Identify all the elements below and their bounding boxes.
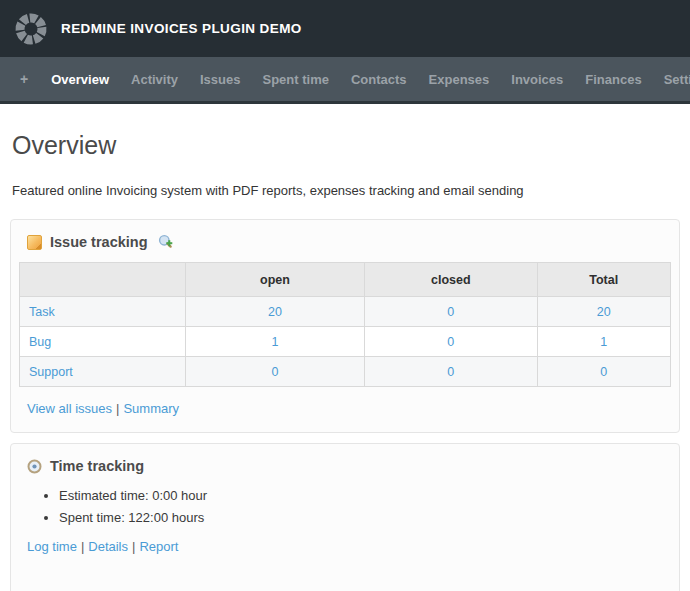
log-time-link[interactable]: Log time xyxy=(27,539,77,554)
bug-total-count[interactable]: 1 xyxy=(600,335,607,349)
zoom-add-icon[interactable] xyxy=(158,234,174,250)
support-closed-count[interactable]: 0 xyxy=(447,365,454,379)
col-tracker xyxy=(20,263,186,297)
main-content: Overview Featured online Invoicing syste… xyxy=(0,131,690,591)
issue-tracking-title: Issue tracking xyxy=(50,234,148,250)
col-open: open xyxy=(186,263,365,297)
main-nav: + Overview Activity Issues Spent time Co… xyxy=(0,57,690,104)
bug-closed-count[interactable]: 0 xyxy=(447,335,454,349)
nav-item-activity[interactable]: Activity xyxy=(120,72,189,87)
time-tracking-title: Time tracking xyxy=(50,458,144,474)
page-title: Overview xyxy=(12,131,680,159)
estimated-time: Estimated time: 0:00 hour xyxy=(59,488,671,503)
nav-item-overview[interactable]: Overview xyxy=(40,72,120,87)
nav-item-expenses[interactable]: Expenses xyxy=(418,72,501,87)
summary-link[interactable]: Summary xyxy=(123,401,179,416)
support-open-count[interactable]: 0 xyxy=(272,365,279,379)
redmine-logo-icon[interactable] xyxy=(14,12,48,46)
issue-tracking-header: Issue tracking xyxy=(27,234,671,250)
project-description: Featured online Invoicing system with PD… xyxy=(12,183,680,199)
nav-item-contacts[interactable]: Contacts xyxy=(340,72,418,87)
nav-item-settings[interactable]: Settings xyxy=(653,72,690,87)
tracker-link-support[interactable]: Support xyxy=(29,365,73,379)
issue-summary-table: open closed Total Task 20 0 20 Bug 1 0 1 xyxy=(19,262,671,387)
nav-plus-button[interactable]: + xyxy=(12,71,40,87)
spent-time: Spent time: 122:00 hours xyxy=(59,510,671,525)
report-link[interactable]: Report xyxy=(139,539,178,554)
top-header: REDMINE INVOICES PLUGIN DEMO xyxy=(0,0,690,57)
nav-item-issues[interactable]: Issues xyxy=(189,72,251,87)
app-title: REDMINE INVOICES PLUGIN DEMO xyxy=(61,21,302,36)
support-total-count[interactable]: 0 xyxy=(600,365,607,379)
link-separator: | xyxy=(132,539,135,554)
bug-open-count[interactable]: 1 xyxy=(272,335,279,349)
tracker-link-bug[interactable]: Bug xyxy=(29,335,51,349)
task-closed-count[interactable]: 0 xyxy=(447,305,454,319)
col-closed: closed xyxy=(365,263,538,297)
task-open-count[interactable]: 20 xyxy=(268,305,282,319)
time-tracking-links: Log time|Details|Report xyxy=(27,539,671,554)
details-link[interactable]: Details xyxy=(88,539,128,554)
issue-tracking-links: View all issues|Summary xyxy=(27,401,671,416)
link-separator: | xyxy=(81,539,84,554)
table-row: Bug 1 0 1 xyxy=(20,327,671,357)
link-separator: | xyxy=(116,401,119,416)
nav-item-finances[interactable]: Finances xyxy=(574,72,652,87)
time-tracking-list: Estimated time: 0:00 hour Spent time: 12… xyxy=(19,488,671,525)
table-row: Task 20 0 20 xyxy=(20,297,671,327)
clock-icon xyxy=(27,459,42,474)
col-total: Total xyxy=(537,263,670,297)
view-all-issues-link[interactable]: View all issues xyxy=(27,401,112,416)
table-row: Support 0 0 0 xyxy=(20,357,671,387)
time-tracking-box: Time tracking Estimated time: 0:00 hour … xyxy=(10,443,680,591)
issue-tracking-package-icon xyxy=(27,235,42,250)
issue-tracking-box: Issue tracking open closed xyxy=(10,219,680,433)
table-header-row: open closed Total xyxy=(20,263,671,297)
time-tracking-header: Time tracking xyxy=(27,458,671,474)
task-total-count[interactable]: 20 xyxy=(597,305,611,319)
nav-item-invoices[interactable]: Invoices xyxy=(500,72,574,87)
nav-item-spent-time[interactable]: Spent time xyxy=(251,72,339,87)
tracker-link-task[interactable]: Task xyxy=(29,305,55,319)
